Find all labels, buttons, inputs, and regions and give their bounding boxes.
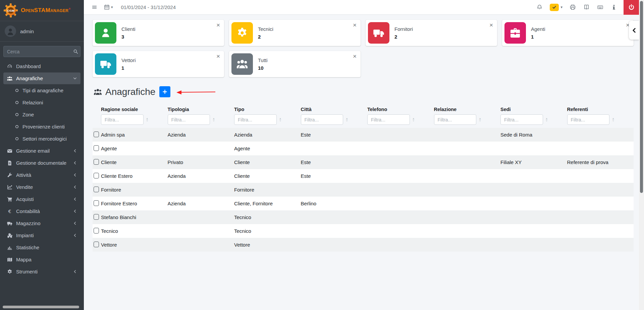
sidebar-item-tipi-di-anagrafiche[interactable]: Tipi di anagrafiche bbox=[3, 85, 80, 96]
chevron-left-icon bbox=[631, 28, 637, 33]
table-row[interactable]: AgenteAgente bbox=[93, 142, 634, 155]
notifications-button[interactable] bbox=[533, 2, 546, 12]
sidebar-item-strumenti[interactable]: Strumenti bbox=[3, 266, 80, 277]
sort-icons[interactable]: ▲▼ bbox=[146, 117, 149, 122]
sidebar-item-label: Dashboard bbox=[16, 63, 41, 69]
sidebar-item-label: Contabilità bbox=[16, 208, 40, 214]
sidebar-item-vendite[interactable]: Vendite bbox=[3, 181, 80, 193]
table-row[interactable]: Admin spaAziendaAziendaEsteSede di Roma bbox=[93, 128, 634, 142]
vertical-scrollbar[interactable] bbox=[639, 0, 644, 310]
sort-icons[interactable]: ▲▼ bbox=[279, 117, 282, 122]
todo-dropdown-button[interactable]: ▾ bbox=[547, 4, 565, 11]
sidebar-item-settori-merceologici[interactable]: Settori merceologici bbox=[3, 133, 80, 145]
summary-card-fornitori[interactable]: Fornitori 2 × bbox=[366, 20, 497, 46]
card-close-button[interactable]: × bbox=[216, 53, 220, 59]
logout-button[interactable] bbox=[624, 0, 639, 15]
date-range[interactable]: 01/01/2024 - 31/12/2024 bbox=[121, 4, 176, 10]
info-button[interactable] bbox=[608, 2, 620, 12]
sort-icons[interactable]: ▲▼ bbox=[545, 117, 548, 122]
sidebar-item-magazzino[interactable]: Magazzino bbox=[3, 217, 80, 229]
row-checkbox[interactable] bbox=[94, 132, 99, 137]
widgets-collapse-button[interactable] bbox=[629, 21, 639, 40]
search-button[interactable] bbox=[71, 46, 80, 57]
column-header-tipo[interactable]: Tipo bbox=[234, 107, 301, 112]
printer-icon bbox=[570, 4, 576, 10]
table-row[interactable]: VettoreVettore bbox=[93, 238, 634, 252]
table-row[interactable]: FornitoreFornitore bbox=[93, 183, 634, 197]
truck-icon bbox=[100, 58, 111, 70]
summary-card-tecnici[interactable]: Tecnici 2 × bbox=[229, 20, 361, 46]
vertical-scrollbar-thumb[interactable] bbox=[640, 1, 643, 193]
card-close-button[interactable]: × bbox=[489, 22, 493, 28]
column-header-sedi[interactable]: Sedi bbox=[500, 107, 567, 112]
filter-input-sedi[interactable] bbox=[500, 114, 543, 125]
sidebar-item-statistiche[interactable]: Statistiche bbox=[3, 242, 80, 253]
print-button[interactable] bbox=[567, 2, 579, 12]
sidebar-item-zone[interactable]: Zone bbox=[3, 109, 80, 120]
calendar-button[interactable]: ▾ bbox=[101, 2, 116, 12]
sidebar-item-contabilita[interactable]: € Contabilità bbox=[3, 205, 80, 217]
table-row[interactable]: Stefano BianchiTecnico bbox=[93, 210, 634, 224]
card-close-button[interactable]: × bbox=[353, 22, 357, 28]
table-body: Admin spaAziendaAziendaEsteSede di Roma … bbox=[93, 128, 634, 252]
shortcuts-button[interactable] bbox=[594, 2, 606, 12]
user-panel[interactable]: admin bbox=[0, 21, 84, 42]
sidebar-item-dashboard[interactable]: Dashboard bbox=[3, 60, 80, 72]
sort-icons[interactable]: ▲▼ bbox=[612, 117, 614, 122]
sidebar-item-gestione-documentale[interactable]: Gestione documentale bbox=[3, 157, 80, 169]
filter-input-tipo[interactable] bbox=[234, 114, 277, 125]
filter-input-citta[interactable] bbox=[301, 114, 343, 125]
add-record-button[interactable] bbox=[159, 86, 170, 97]
sidebar-item-anagrafiche[interactable]: Anagrafiche bbox=[3, 72, 80, 84]
sidebar-toggle-button[interactable] bbox=[88, 2, 101, 12]
row-checkbox[interactable] bbox=[94, 228, 99, 234]
chevron-left-icon bbox=[73, 209, 77, 213]
table-row[interactable]: TecnicoTecnico bbox=[93, 224, 634, 238]
sort-icons[interactable]: ▲▼ bbox=[212, 117, 215, 122]
filter-input-telefono[interactable] bbox=[367, 114, 410, 125]
table-row[interactable]: Cliente EsteroAziendaClienteEste bbox=[93, 169, 634, 183]
table-row[interactable]: Fornitore EsteroAziendaCliente, Fornitor… bbox=[93, 197, 634, 210]
sort-icons[interactable]: ▲▼ bbox=[345, 117, 348, 122]
sidebar-item-acquisti[interactable]: Acquisti bbox=[3, 193, 80, 205]
filter-input-ragione-sociale[interactable] bbox=[101, 114, 144, 125]
brand[interactable]: OSM OpenSTAManager® bbox=[0, 0, 84, 21]
search-input[interactable] bbox=[3, 46, 71, 57]
summary-card-clienti[interactable]: Clienti 3 × bbox=[93, 20, 224, 46]
column-header-citta[interactable]: Città bbox=[301, 107, 368, 112]
row-checkbox[interactable] bbox=[94, 145, 99, 151]
calendar-icon bbox=[104, 4, 110, 10]
sidebar-horizontal-scrollbar[interactable] bbox=[3, 306, 79, 308]
filter-input-referenti[interactable] bbox=[567, 114, 610, 125]
column-header-tipologia[interactable]: Tipologia bbox=[168, 107, 234, 112]
row-checkbox[interactable] bbox=[94, 173, 99, 178]
column-header-relazione[interactable]: Relazione bbox=[434, 107, 501, 112]
summary-card-agenti[interactable]: Agenti 1 × bbox=[502, 20, 634, 46]
card-close-button[interactable]: × bbox=[216, 22, 220, 28]
row-checkbox[interactable] bbox=[94, 214, 99, 220]
column-header-referenti[interactable]: Referenti bbox=[567, 107, 634, 112]
column-header-telefono[interactable]: Telefono bbox=[367, 107, 434, 112]
row-checkbox[interactable] bbox=[94, 242, 99, 247]
sidebar-item-relazioni[interactable]: Relazioni bbox=[3, 97, 80, 108]
filter-input-relazione[interactable] bbox=[434, 114, 477, 125]
sidebar-item-gestione-email[interactable]: Gestione email bbox=[3, 145, 80, 157]
sidebar-item-impianti[interactable]: Impianti bbox=[3, 229, 80, 241]
column-header-ragione-sociale[interactable]: Ragione sociale bbox=[101, 107, 168, 112]
summary-card-vettori[interactable]: Vettori 1 × bbox=[93, 51, 224, 77]
sidebar-item-provenienze-clienti[interactable]: Provenienze clienti bbox=[3, 121, 80, 133]
sidebar-item-attivita[interactable]: Attività bbox=[3, 169, 80, 181]
summary-card-tutti[interactable]: Tutti 10 × bbox=[229, 51, 361, 77]
sort-icons[interactable]: ▲▼ bbox=[412, 117, 415, 122]
sort-icons[interactable]: ▲▼ bbox=[479, 117, 481, 122]
sidebar-item-label: Relazioni bbox=[22, 100, 43, 105]
sidebar-item-mappa[interactable]: Mappa bbox=[3, 254, 80, 265]
row-checkbox[interactable] bbox=[94, 159, 99, 165]
row-checkbox[interactable] bbox=[94, 200, 99, 206]
filter-input-tipologia[interactable] bbox=[168, 114, 210, 125]
card-close-button[interactable]: × bbox=[353, 53, 357, 59]
row-checkbox[interactable] bbox=[94, 187, 99, 192]
docs-button[interactable] bbox=[580, 2, 593, 12]
keyboard-icon bbox=[597, 4, 603, 10]
table-row[interactable]: ClientePrivatoClienteEsteFiliale XYRefer… bbox=[93, 155, 634, 169]
